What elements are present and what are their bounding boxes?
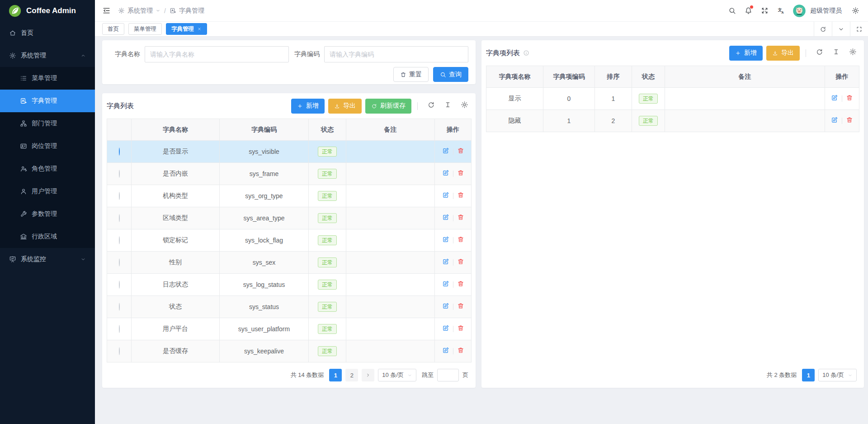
sidebar-item-user[interactable]: 用户管理 <box>0 180 95 203</box>
edit-row-button[interactable] <box>442 324 449 333</box>
delete-row-button[interactable] <box>457 191 464 200</box>
table-row[interactable]: 区域类型sys_area_type正常 <box>107 207 472 229</box>
row-radio[interactable] <box>119 281 120 289</box>
table-row[interactable]: 锁定标记sys_lock_flag正常 <box>107 229 472 252</box>
delete-row-button[interactable] <box>457 347 464 356</box>
table-size-button[interactable] <box>832 48 840 58</box>
row-radio[interactable] <box>119 325 120 333</box>
tab-fullscreen-button[interactable] <box>850 22 868 36</box>
table-row[interactable]: 显示01正常 <box>486 88 859 110</box>
row-radio[interactable] <box>119 258 120 267</box>
edit-row-button[interactable] <box>442 280 449 289</box>
row-radio[interactable] <box>119 347 120 355</box>
edit-row-button[interactable] <box>442 236 449 245</box>
delete-row-button[interactable] <box>846 94 853 103</box>
pagination-next-button[interactable] <box>362 369 374 381</box>
edit-row-button[interactable] <box>442 169 449 178</box>
row-radio[interactable] <box>119 303 120 311</box>
table-row[interactable]: 机构类型sys_org_type正常 <box>107 185 472 207</box>
sidebar-item-dict[interactable]: 字典管理 <box>0 90 95 112</box>
page-jump-input[interactable] <box>437 369 459 381</box>
export-button[interactable]: 导出 <box>766 46 800 61</box>
sidebar-item-org[interactable]: 部门管理 <box>0 112 95 135</box>
list-icon <box>20 75 27 82</box>
sidebar-item-monitor[interactable]: 系统监控 <box>0 248 95 271</box>
edit-row-button[interactable] <box>442 347 449 356</box>
add-button[interactable]: 新增 <box>729 46 763 61</box>
info-icon[interactable] <box>523 50 529 56</box>
edit-row-button[interactable] <box>442 147 449 156</box>
table-size-button[interactable] <box>444 101 452 111</box>
table-settings-button[interactable] <box>849 48 857 58</box>
edit-row-button[interactable] <box>831 94 838 103</box>
tab-0[interactable]: 首页 <box>102 23 124 35</box>
sidebar-item-gear[interactable]: 系统管理 <box>0 44 95 67</box>
row-radio[interactable] <box>119 236 120 244</box>
app-logo[interactable]: Coffee Admin <box>0 0 95 22</box>
edit-row-button[interactable] <box>442 302 449 311</box>
fullscreen-button[interactable] <box>756 7 773 14</box>
fullscreen-icon <box>761 7 769 14</box>
table-row[interactable]: 用户平台sys_user_platform正常 <box>107 318 472 340</box>
refresh-cache-button[interactable]: 刷新缓存 <box>365 99 411 114</box>
avatar[interactable] <box>793 4 806 18</box>
close-tab-icon[interactable] <box>197 27 202 31</box>
edit-row-button[interactable] <box>442 191 449 200</box>
delete-row-button[interactable] <box>457 214 464 223</box>
table-row[interactable]: 日志状态sys_log_status正常 <box>107 274 472 296</box>
menu-fold-icon[interactable] <box>102 6 111 15</box>
table-settings-button[interactable] <box>461 101 468 111</box>
tab-2[interactable]: 字典管理 <box>166 23 207 35</box>
tab-menu-button[interactable] <box>832 22 850 36</box>
add-button[interactable]: 新增 <box>291 99 325 114</box>
global-search-button[interactable] <box>724 7 740 14</box>
table-refresh-button[interactable] <box>816 48 823 58</box>
sidebar-item-home[interactable]: 首页 <box>0 22 95 44</box>
pagination-page-1[interactable]: 1 <box>329 369 342 381</box>
delete-row-button[interactable] <box>457 280 464 289</box>
breadcrumb-item-0[interactable]: 系统管理 <box>118 7 160 15</box>
table-row[interactable]: 状态sys_status正常 <box>107 296 472 318</box>
delete-row-button[interactable] <box>457 258 464 267</box>
delete-row-button[interactable] <box>846 116 853 125</box>
edit-row-button[interactable] <box>831 116 838 125</box>
sidebar-item-list[interactable]: 菜单管理 <box>0 67 95 90</box>
search-field-input-0[interactable] <box>145 46 289 62</box>
pagination-page-2[interactable]: 2 <box>345 369 358 381</box>
delete-row-button[interactable] <box>457 147 464 156</box>
table-row[interactable]: 是否显示sys_visible正常 <box>107 141 472 163</box>
delete-row-button[interactable] <box>457 302 464 311</box>
row-radio[interactable] <box>119 170 120 178</box>
sidebar-item-role[interactable]: 角色管理 <box>0 157 95 180</box>
export-button[interactable]: 导出 <box>328 99 362 114</box>
pagination-page-1[interactable]: 1 <box>802 369 815 381</box>
table-row[interactable]: 是否内嵌sys_frame正常 <box>107 163 472 185</box>
sidebar-item-wrench[interactable]: 参数管理 <box>0 203 95 225</box>
search-field-input-1[interactable] <box>324 46 468 62</box>
notifications-button[interactable] <box>740 7 756 14</box>
page-size-select[interactable]: 10 条/页 <box>818 369 857 381</box>
table-row[interactable]: 隐藏12正常 <box>486 110 859 132</box>
language-button[interactable]: 文A <box>773 7 789 14</box>
sidebar-item-badge[interactable]: 岗位管理 <box>0 135 95 157</box>
table-refresh-button[interactable] <box>427 101 435 111</box>
delete-row-button[interactable] <box>457 324 464 333</box>
delete-row-button[interactable] <box>457 169 464 178</box>
search-button[interactable]: 查询 <box>433 67 468 82</box>
reset-button[interactable]: 重置 <box>393 67 429 82</box>
table-row[interactable]: 性别sys_sex正常 <box>107 252 472 274</box>
row-radio[interactable] <box>119 192 120 200</box>
page-size-select[interactable]: 10 条/页 <box>378 369 416 381</box>
breadcrumb-item-1[interactable]: 字典管理 <box>170 7 204 15</box>
row-radio[interactable] <box>119 214 120 222</box>
delete-row-button[interactable] <box>457 236 464 245</box>
settings-button[interactable] <box>847 7 863 14</box>
tab-refresh-button[interactable] <box>814 22 832 36</box>
edit-row-button[interactable] <box>442 258 449 267</box>
table-row[interactable]: 是否缓存sys_keepalive正常 <box>107 340 472 362</box>
sidebar-item-bank[interactable]: 行政区域 <box>0 225 95 248</box>
tab-1[interactable]: 菜单管理 <box>128 23 162 35</box>
user-name[interactable]: 超级管理员 <box>810 7 842 15</box>
row-radio[interactable] <box>119 148 120 156</box>
edit-row-button[interactable] <box>442 214 449 223</box>
